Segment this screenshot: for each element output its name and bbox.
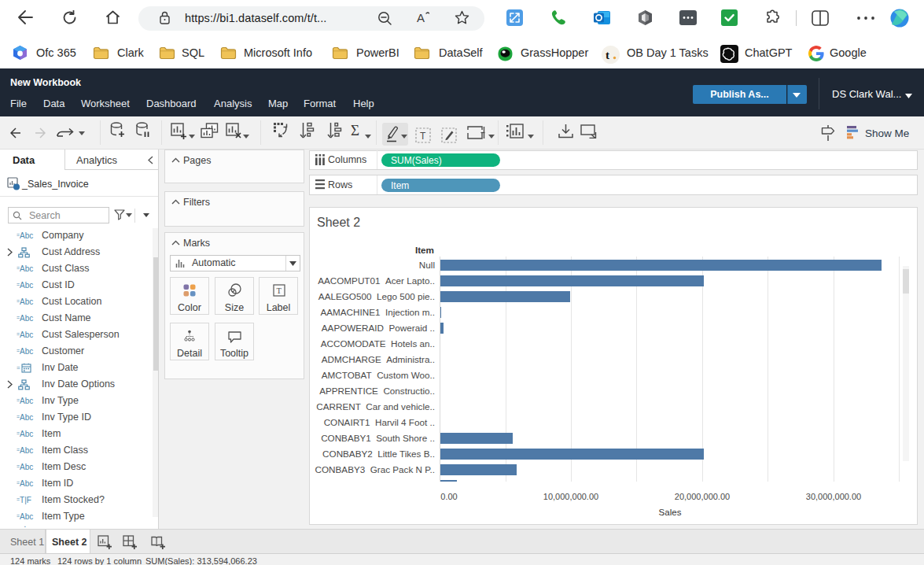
svg-text:t: t — [606, 49, 609, 61]
svg-text:A: A — [417, 11, 425, 24]
svg-text:T: T — [420, 131, 426, 142]
svg-text:T: T — [277, 286, 282, 295]
